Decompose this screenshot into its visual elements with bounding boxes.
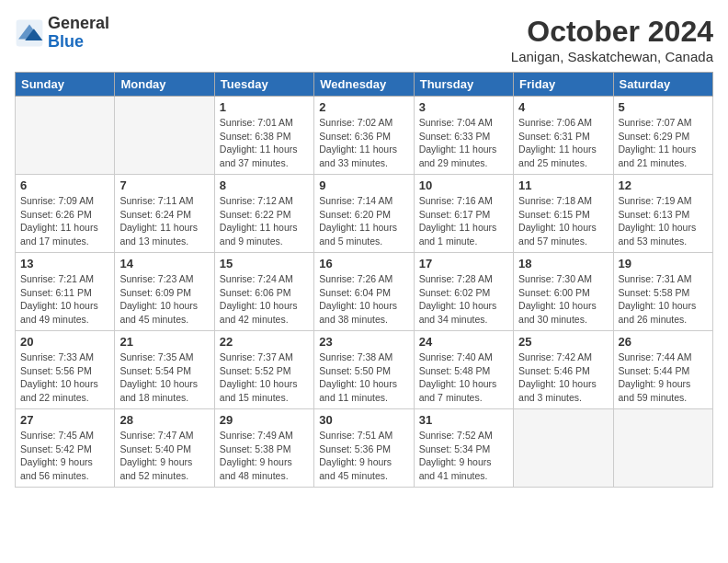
day-info: Sunrise: 7:11 AMSunset: 6:24 PMDaylight:… bbox=[119, 194, 209, 248]
calendar-day-cell: 28Sunrise: 7:47 AMSunset: 5:40 PMDayligh… bbox=[115, 409, 214, 488]
title-block: October 2024 Lanigan, Saskatchewan, Cana… bbox=[511, 15, 713, 64]
calendar-day-cell: 19Sunrise: 7:31 AMSunset: 5:58 PMDayligh… bbox=[613, 253, 712, 331]
day-of-week-header: Friday bbox=[514, 73, 613, 97]
calendar-day-cell: 12Sunrise: 7:19 AMSunset: 6:13 PMDayligh… bbox=[613, 175, 712, 253]
day-info: Sunrise: 7:47 AMSunset: 5:40 PMDaylight:… bbox=[119, 429, 209, 483]
day-info: Sunrise: 7:44 AMSunset: 5:44 PMDaylight:… bbox=[619, 350, 708, 405]
calendar-day-cell: 14Sunrise: 7:23 AMSunset: 6:09 PMDayligh… bbox=[115, 253, 214, 331]
calendar-day-cell bbox=[613, 409, 712, 488]
calendar-day-cell: 20Sunrise: 7:33 AMSunset: 5:56 PMDayligh… bbox=[16, 331, 115, 409]
calendar-table: SundayMondayTuesdayWednesdayThursdayFrid… bbox=[15, 72, 713, 488]
day-number: 21 bbox=[119, 335, 209, 349]
day-number: 7 bbox=[119, 178, 209, 192]
day-info: Sunrise: 7:02 AMSunset: 6:36 PMDaylight:… bbox=[319, 116, 408, 170]
day-number: 18 bbox=[518, 257, 608, 270]
day-info: Sunrise: 7:40 AMSunset: 5:48 PMDaylight:… bbox=[419, 350, 508, 405]
day-info: Sunrise: 7:37 AMSunset: 5:52 PMDaylight:… bbox=[220, 350, 309, 405]
day-number: 27 bbox=[20, 413, 109, 427]
calendar-week-row: 27Sunrise: 7:45 AMSunset: 5:42 PMDayligh… bbox=[16, 409, 713, 488]
day-of-week-header: Thursday bbox=[414, 73, 513, 97]
day-number: 10 bbox=[419, 178, 508, 192]
day-number: 19 bbox=[619, 257, 708, 270]
day-number: 16 bbox=[319, 257, 408, 270]
day-number: 15 bbox=[220, 257, 309, 270]
page-header: General Blue October 2024 Lanigan, Saska… bbox=[15, 15, 713, 64]
calendar-day-cell: 22Sunrise: 7:37 AMSunset: 5:52 PMDayligh… bbox=[214, 331, 313, 409]
calendar-day-cell: 30Sunrise: 7:51 AMSunset: 5:36 PMDayligh… bbox=[314, 409, 414, 488]
calendar-header-row: SundayMondayTuesdayWednesdayThursdayFrid… bbox=[16, 73, 713, 97]
day-number: 1 bbox=[220, 100, 309, 114]
day-number: 29 bbox=[220, 413, 309, 427]
calendar-day-cell bbox=[514, 409, 613, 488]
calendar-day-cell: 24Sunrise: 7:40 AMSunset: 5:48 PMDayligh… bbox=[414, 331, 513, 409]
day-number: 14 bbox=[119, 257, 209, 270]
day-number: 8 bbox=[220, 178, 309, 192]
calendar-day-cell: 5Sunrise: 7:07 AMSunset: 6:29 PMDaylight… bbox=[613, 97, 712, 175]
day-info: Sunrise: 7:21 AMSunset: 6:11 PMDaylight:… bbox=[20, 272, 109, 327]
day-number: 30 bbox=[319, 413, 408, 427]
day-number: 9 bbox=[319, 178, 408, 192]
day-info: Sunrise: 7:52 AMSunset: 5:34 PMDaylight:… bbox=[419, 429, 508, 483]
day-info: Sunrise: 7:28 AMSunset: 6:02 PMDaylight:… bbox=[419, 272, 508, 327]
day-number: 6 bbox=[20, 178, 109, 192]
day-info: Sunrise: 7:49 AMSunset: 5:38 PMDaylight:… bbox=[220, 429, 309, 483]
day-info: Sunrise: 7:12 AMSunset: 6:22 PMDaylight:… bbox=[220, 194, 309, 248]
day-info: Sunrise: 7:38 AMSunset: 5:50 PMDaylight:… bbox=[319, 350, 408, 405]
calendar-week-row: 1Sunrise: 7:01 AMSunset: 6:38 PMDaylight… bbox=[16, 97, 713, 175]
calendar-day-cell: 31Sunrise: 7:52 AMSunset: 5:34 PMDayligh… bbox=[414, 409, 513, 488]
day-info: Sunrise: 7:01 AMSunset: 6:38 PMDaylight:… bbox=[220, 116, 309, 170]
day-number: 4 bbox=[518, 100, 608, 114]
calendar-day-cell: 11Sunrise: 7:18 AMSunset: 6:15 PMDayligh… bbox=[514, 175, 613, 253]
calendar-day-cell: 18Sunrise: 7:30 AMSunset: 6:00 PMDayligh… bbox=[514, 253, 613, 331]
calendar-day-cell: 4Sunrise: 7:06 AMSunset: 6:31 PMDaylight… bbox=[514, 97, 613, 175]
day-number: 13 bbox=[20, 257, 109, 270]
calendar-day-cell: 23Sunrise: 7:38 AMSunset: 5:50 PMDayligh… bbox=[314, 331, 414, 409]
day-of-week-header: Tuesday bbox=[214, 73, 313, 97]
day-number: 20 bbox=[20, 335, 109, 349]
calendar-day-cell: 16Sunrise: 7:26 AMSunset: 6:04 PMDayligh… bbox=[314, 253, 414, 331]
day-number: 23 bbox=[319, 335, 408, 349]
calendar-week-row: 20Sunrise: 7:33 AMSunset: 5:56 PMDayligh… bbox=[16, 331, 713, 409]
location: Lanigan, Saskatchewan, Canada bbox=[511, 49, 713, 64]
day-info: Sunrise: 7:45 AMSunset: 5:42 PMDaylight:… bbox=[20, 429, 109, 483]
day-info: Sunrise: 7:42 AMSunset: 5:46 PMDaylight:… bbox=[518, 350, 608, 405]
calendar-day-cell: 3Sunrise: 7:04 AMSunset: 6:33 PMDaylight… bbox=[414, 97, 513, 175]
day-info: Sunrise: 7:51 AMSunset: 5:36 PMDaylight:… bbox=[319, 429, 408, 483]
day-info: Sunrise: 7:09 AMSunset: 6:26 PMDaylight:… bbox=[20, 194, 109, 248]
calendar-day-cell: 26Sunrise: 7:44 AMSunset: 5:44 PMDayligh… bbox=[613, 331, 712, 409]
calendar-day-cell: 9Sunrise: 7:14 AMSunset: 6:20 PMDaylight… bbox=[314, 175, 414, 253]
day-info: Sunrise: 7:14 AMSunset: 6:20 PMDaylight:… bbox=[319, 194, 408, 248]
day-info: Sunrise: 7:16 AMSunset: 6:17 PMDaylight:… bbox=[419, 194, 508, 248]
day-number: 11 bbox=[518, 178, 608, 192]
calendar-day-cell: 15Sunrise: 7:24 AMSunset: 6:06 PMDayligh… bbox=[214, 253, 313, 331]
calendar-day-cell: 8Sunrise: 7:12 AMSunset: 6:22 PMDaylight… bbox=[214, 175, 313, 253]
month-title: October 2024 bbox=[511, 15, 713, 49]
day-info: Sunrise: 7:06 AMSunset: 6:31 PMDaylight:… bbox=[518, 116, 608, 170]
day-number: 31 bbox=[419, 413, 508, 427]
calendar-week-row: 13Sunrise: 7:21 AMSunset: 6:11 PMDayligh… bbox=[16, 253, 713, 331]
day-number: 12 bbox=[619, 178, 708, 192]
day-info: Sunrise: 7:19 AMSunset: 6:13 PMDaylight:… bbox=[619, 194, 708, 248]
calendar-day-cell: 29Sunrise: 7:49 AMSunset: 5:38 PMDayligh… bbox=[214, 409, 313, 488]
calendar-day-cell: 17Sunrise: 7:28 AMSunset: 6:02 PMDayligh… bbox=[414, 253, 513, 331]
day-info: Sunrise: 7:18 AMSunset: 6:15 PMDaylight:… bbox=[518, 194, 608, 248]
day-number: 5 bbox=[619, 100, 708, 114]
day-of-week-header: Saturday bbox=[613, 73, 712, 97]
day-info: Sunrise: 7:31 AMSunset: 5:58 PMDaylight:… bbox=[619, 272, 708, 327]
calendar-day-cell: 2Sunrise: 7:02 AMSunset: 6:36 PMDaylight… bbox=[314, 97, 414, 175]
day-number: 17 bbox=[419, 257, 508, 270]
day-info: Sunrise: 7:30 AMSunset: 6:00 PMDaylight:… bbox=[518, 272, 608, 327]
calendar-day-cell: 25Sunrise: 7:42 AMSunset: 5:46 PMDayligh… bbox=[514, 331, 613, 409]
day-info: Sunrise: 7:35 AMSunset: 5:54 PMDaylight:… bbox=[119, 350, 209, 405]
logo-icon bbox=[15, 18, 44, 48]
calendar-day-cell: 7Sunrise: 7:11 AMSunset: 6:24 PMDaylight… bbox=[115, 175, 214, 253]
day-info: Sunrise: 7:04 AMSunset: 6:33 PMDaylight:… bbox=[419, 116, 508, 170]
calendar-day-cell: 1Sunrise: 7:01 AMSunset: 6:38 PMDaylight… bbox=[214, 97, 313, 175]
day-info: Sunrise: 7:07 AMSunset: 6:29 PMDaylight:… bbox=[619, 116, 708, 170]
calendar-day-cell: 27Sunrise: 7:45 AMSunset: 5:42 PMDayligh… bbox=[16, 409, 115, 488]
logo-text: General Blue bbox=[48, 15, 109, 52]
day-of-week-header: Monday bbox=[115, 73, 214, 97]
calendar-day-cell bbox=[115, 97, 214, 175]
day-number: 26 bbox=[619, 335, 708, 349]
day-info: Sunrise: 7:26 AMSunset: 6:04 PMDaylight:… bbox=[319, 272, 408, 327]
